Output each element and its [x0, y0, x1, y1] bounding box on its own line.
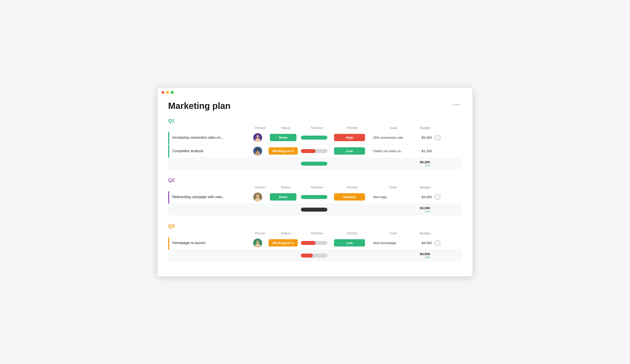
priority-badge-q1-1: High — [334, 134, 365, 141]
avatar-q3-1 — [253, 238, 262, 247]
priority-cell-q3-1: Low — [330, 239, 370, 246]
sum-budget-box-q3: $4,550 sum — [420, 252, 432, 259]
task-border-q1-1 — [168, 131, 169, 144]
sum-label-q2: sum — [425, 210, 430, 213]
status-cell-q1-2: Working on it — [268, 147, 299, 155]
section-header-q1: Q1 — [168, 118, 462, 124]
page-header: Marketing plan ••• — [168, 101, 462, 111]
task-name-q2-1: Rebranding campaign with new... — [172, 195, 224, 199]
timeline-fill-q1-1 — [301, 136, 328, 140]
timeline-bar-q3-1 — [301, 241, 328, 245]
sum-budget-box-q2: $3,000 sum — [420, 206, 432, 213]
titlebar — [158, 88, 472, 96]
sum-timeline-fill-q3 — [301, 254, 313, 258]
col-headers-q2: Person Status Timeline Priority Goal Bud… — [168, 185, 462, 190]
sum-timeline-fill-q1 — [301, 162, 328, 166]
timeline-cell-q2-1 — [299, 195, 330, 199]
timeline-bar-q1-1 — [301, 136, 328, 140]
table-row: Increasing conversion rates on... — [168, 131, 462, 145]
table-row: Competitor analysis — [168, 145, 462, 158]
sum-budget-q2: $3,000 sum — [412, 206, 434, 213]
task-cell-q1-2: Competitor analysis — [168, 145, 248, 158]
col-timeline-q3: Timeline — [301, 231, 332, 235]
status-badge-q1-2: Working on it — [268, 147, 298, 155]
priority-cell-q1-2: Low — [330, 147, 370, 155]
goal-cell-q2-1: New logo — [370, 195, 412, 199]
table-q3: Homepage re-launch W — [168, 236, 462, 261]
col-person-q1: Person — [250, 126, 270, 130]
table-row: Homepage re-launch W — [168, 236, 462, 250]
sum-row-q1: $6,200 sum — [168, 158, 462, 170]
col-priority-q1: Priority — [332, 126, 372, 130]
section-header-q3: Q3 — [168, 223, 462, 229]
avatar-q2-1 — [253, 192, 262, 201]
task-border-q2-1 — [168, 190, 169, 204]
col-status-q3: Status — [270, 231, 301, 235]
task-cell-q1-1: Increasing conversion rates on... — [168, 131, 248, 144]
person-cell-q1-1 — [248, 133, 268, 142]
timeline-fill-q2-1 — [301, 195, 328, 199]
task-border-q1-2 — [168, 145, 169, 158]
col-person-q3: Person — [250, 231, 270, 235]
add-col-q1-1: + — [434, 135, 442, 141]
col-status-q1: Status — [270, 126, 301, 130]
col-budget-q3: Budget — [414, 231, 436, 235]
sum-timeline-bar-q2 — [301, 208, 328, 212]
task-border-q3-1 — [168, 236, 169, 250]
person-cell-q2-1 — [248, 192, 268, 201]
avatar-q1-1 — [253, 133, 262, 142]
sum-row-q3: $4,550 sum — [168, 250, 462, 261]
col-timeline-q1: Timeline — [301, 126, 332, 130]
add-col-button-q3[interactable]: + — [435, 240, 440, 246]
timeline-cell-q1-1 — [299, 136, 330, 140]
avatar-q1-2 — [253, 147, 262, 156]
add-col-button-q2[interactable]: + — [435, 194, 440, 200]
budget-cell-q2-1: $3,000 — [412, 195, 434, 199]
goal-cell-q1-2: Clarify our main co... — [370, 149, 412, 153]
app-window: Marketing plan ••• Q1 Person Status Time… — [158, 88, 472, 276]
svg-point-3 — [256, 135, 259, 138]
col-status-q2: Status — [270, 185, 301, 189]
table-row: Rebranding campaign with new... — [168, 190, 462, 204]
sum-timeline-bar-q1 — [301, 162, 328, 166]
section-label-q2: Q2 — [168, 177, 174, 183]
sum-row-q2: $3,000 sum — [168, 204, 462, 215]
svg-rect-11 — [256, 194, 260, 196]
goal-cell-q1-1: 25% conversion rate — [370, 136, 412, 139]
budget-cell-q1-1: $5,000 — [412, 136, 434, 139]
status-badge-q2-1: Done — [270, 193, 296, 200]
close-dot[interactable] — [162, 91, 164, 94]
timeline-fill-q3-1 — [301, 241, 316, 245]
section-header-q2: Q2 — [168, 177, 462, 183]
timeline-fill-q1-2 — [301, 149, 316, 153]
task-cell-q3-1: Homepage re-launch — [168, 236, 248, 250]
priority-badge-q3-1: Low — [334, 239, 365, 246]
col-goal-q2: Goal — [372, 185, 414, 189]
goal-cell-q3-1: New homepage — [370, 241, 412, 245]
col-headers-q3: Person Status Timeline Priority Goal Bud… — [168, 231, 462, 236]
sum-amount-q3: $4,550 — [420, 252, 430, 256]
sum-timeline-q1 — [299, 162, 330, 166]
person-cell-q1-2 — [248, 147, 268, 156]
task-name-q1-1: Increasing conversion rates on... — [172, 136, 224, 140]
add-col-button-q1[interactable]: + — [435, 135, 440, 141]
status-cell-q1-1: Done — [268, 134, 299, 141]
maximize-dot[interactable] — [171, 91, 174, 94]
add-col-q2-1: + — [434, 194, 442, 200]
section-label-q3: Q3 — [168, 223, 174, 229]
table-q2: Rebranding campaign with new... — [168, 190, 462, 215]
sum-timeline-fill-q2 — [301, 208, 328, 212]
col-timeline-q2: Timeline — [301, 185, 332, 189]
sum-budget-q3: $4,550 sum — [412, 252, 434, 259]
section-q2: Q2 Person Status Timeline Priority Goal … — [168, 177, 462, 215]
status-cell-q2-1: Done — [268, 193, 299, 200]
minimize-dot[interactable] — [166, 91, 169, 94]
status-badge-q3-1: Working on it — [268, 239, 298, 246]
status-badge-q1-1: Done — [270, 134, 296, 141]
main-content: Marketing plan ••• Q1 Person Status Time… — [158, 96, 472, 276]
priority-badge-q2-1: Medium — [334, 193, 365, 200]
timeline-cell-q3-1 — [299, 241, 330, 245]
col-goal-q1: Goal — [372, 126, 414, 130]
svg-rect-7 — [256, 149, 260, 151]
more-options-button[interactable]: ••• — [451, 101, 462, 108]
